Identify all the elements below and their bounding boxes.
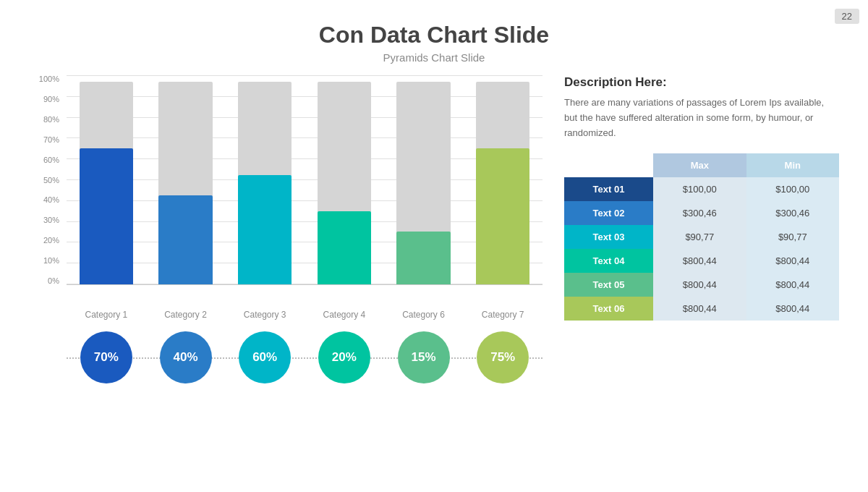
table-row: Text 02$300,46$300,46 xyxy=(564,201,839,225)
y-axis-label: 30% xyxy=(29,216,64,224)
y-axis-label: 70% xyxy=(29,136,64,144)
x-axis-label: Category 1 xyxy=(67,310,146,320)
row-label: Text 01 xyxy=(564,177,653,201)
col-header-min: Min xyxy=(746,153,839,177)
chart-area xyxy=(67,75,542,285)
bubble-circle: 60% xyxy=(239,331,291,383)
row-max: $800,44 xyxy=(653,297,746,321)
bubble-item: 40% xyxy=(146,331,226,383)
bubble-line: 70%40%60%20%15%75% xyxy=(67,331,542,383)
table-row: Text 06$800,44$800,44 xyxy=(564,297,839,321)
bubble-item: 20% xyxy=(305,331,384,383)
table-row: Text 04$800,44$800,44 xyxy=(564,249,839,273)
x-axis-label: Category 2 xyxy=(146,310,226,320)
bar-group xyxy=(67,75,146,284)
bar-fill xyxy=(318,211,372,284)
bar-container xyxy=(318,75,372,284)
row-max: $100,00 xyxy=(653,177,746,201)
bubbles-section: 70%40%60%20%15%75% xyxy=(29,331,542,383)
description-heading: Description Here: xyxy=(564,75,839,90)
y-axis-label: 60% xyxy=(29,156,64,164)
row-max: $90,77 xyxy=(653,225,746,249)
page-number: 22 xyxy=(835,9,859,24)
row-min: $90,77 xyxy=(746,225,839,249)
bubble-circle: 40% xyxy=(160,331,212,383)
bubble-item: 75% xyxy=(463,331,542,383)
row-min: $800,44 xyxy=(746,297,839,321)
description-text: There are many variations of passages of… xyxy=(564,96,839,140)
row-min: $300,46 xyxy=(746,201,839,225)
bar-fill xyxy=(396,232,451,284)
y-axis-label: 50% xyxy=(29,177,64,184)
bar-container xyxy=(396,75,451,284)
bar-fill xyxy=(238,175,292,284)
bar-group xyxy=(384,75,464,284)
y-axis-label: 20% xyxy=(29,237,64,245)
bar-group xyxy=(305,75,384,284)
bar-container xyxy=(476,75,530,284)
data-table: Max Min Text 01$100,00$100,00Text 02$300… xyxy=(564,153,839,321)
y-axis-label: 10% xyxy=(29,257,64,265)
x-axis-label: Category 4 xyxy=(305,310,384,320)
table-row: Text 03$90,77$90,77 xyxy=(564,225,839,249)
y-axis-label: 90% xyxy=(29,96,64,103)
col-header-max: Max xyxy=(653,153,746,177)
row-max: $800,44 xyxy=(653,249,746,273)
bar-chart: 0%10%20%30%40%50%60%70%80%90%100% xyxy=(29,75,542,307)
bar-group xyxy=(146,75,226,284)
slide-subtitle: Pyramids Chart Slide xyxy=(29,51,839,64)
bar-container xyxy=(80,75,134,284)
y-axis-label: 0% xyxy=(29,277,64,285)
bar-fill xyxy=(476,148,530,284)
row-max: $300,46 xyxy=(653,201,746,225)
row-min: $100,00 xyxy=(746,177,839,201)
bar-group xyxy=(225,75,305,284)
chart-section: 0%10%20%30%40%50%60%70%80%90%100% Catego… xyxy=(29,75,542,383)
row-label: Text 06 xyxy=(564,297,653,321)
bar-container xyxy=(158,75,213,284)
content-area: 0%10%20%30%40%50%60%70%80%90%100% Catego… xyxy=(29,75,839,383)
table-row: Text 01$100,00$100,00 xyxy=(564,177,839,201)
row-label: Text 02 xyxy=(564,201,653,225)
table-row: Text 05$800,44$800,44 xyxy=(564,273,839,297)
row-max: $800,44 xyxy=(653,273,746,297)
row-min: $800,44 xyxy=(746,273,839,297)
x-axis-label: Category 6 xyxy=(384,310,464,320)
bubble-circle: 75% xyxy=(477,331,529,383)
y-axis-label: 40% xyxy=(29,196,64,204)
x-axis-label: Category 7 xyxy=(463,310,542,320)
x-axis-label: Category 3 xyxy=(225,310,305,320)
x-labels: Category 1Category 2Category 3Category 4… xyxy=(29,307,542,320)
slide: 22 Con Data Chart Slide Pyramids Chart S… xyxy=(0,0,868,492)
bubble-circle: 20% xyxy=(318,331,370,383)
y-axis: 0%10%20%30%40%50%60%70%80%90%100% xyxy=(29,75,64,285)
y-axis-label: 80% xyxy=(29,116,64,124)
bar-fill xyxy=(80,148,134,284)
bar-group xyxy=(463,75,542,284)
bubble-item: 15% xyxy=(384,331,464,383)
row-label: Text 05 xyxy=(564,273,653,297)
bubble-circle: 70% xyxy=(80,331,132,383)
bubble-circle: 15% xyxy=(398,331,450,383)
row-min: $800,44 xyxy=(746,249,839,273)
bubble-item: 60% xyxy=(225,331,305,383)
slide-title: Con Data Chart Slide xyxy=(29,22,839,48)
bubble-item: 70% xyxy=(67,331,146,383)
bar-fill xyxy=(158,195,213,284)
row-label: Text 03 xyxy=(564,225,653,249)
row-label: Text 04 xyxy=(564,249,653,273)
bar-container xyxy=(238,75,292,284)
right-section: Description Here: There are many variati… xyxy=(564,75,839,321)
y-axis-label: 100% xyxy=(29,75,64,83)
